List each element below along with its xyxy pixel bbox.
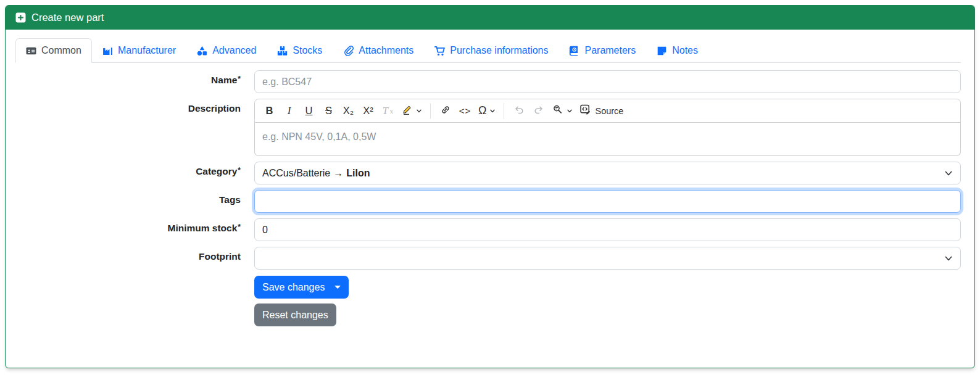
footprint-select[interactable] [254,247,961,270]
minimum-stock-input[interactable] [254,218,961,241]
shopping-cart-icon [434,46,445,56]
description-row: Description B I U S X₂ X² Tx [15,99,961,156]
id-card-icon [26,46,36,56]
required-marker: * [238,223,241,231]
tab-label: Common [41,45,81,56]
save-changes-button[interactable]: Save changes [254,276,349,299]
tags-row: Tags [15,190,961,213]
name-row: Name* [15,70,961,93]
tags-label: Tags [15,190,254,213]
tab-label: Notes [672,45,698,56]
source-button[interactable]: Source [576,101,626,120]
chevron-down-icon [944,254,953,263]
page-title: Create new part [31,12,104,23]
undo-icon [513,104,525,118]
footprint-row: Footprint [15,247,961,270]
chevron-down-icon [944,169,953,178]
required-marker: * [238,166,241,175]
category-label: Category* [15,162,254,184]
highlight-marker-icon [401,104,413,118]
caret-down-icon [334,286,341,289]
tab-label: Parameters [584,45,636,56]
name-label: Name* [15,70,254,93]
form-actions: Save changes Reset changes [254,276,961,326]
strikethrough-button[interactable]: S [319,101,338,120]
description-label: Description [15,99,254,156]
chevron-down-icon [416,108,422,114]
part-form: Name* Description B I U S X₂ X² Tx [15,70,961,326]
find-replace-icon [552,104,563,118]
special-characters-button[interactable]: Ω [475,101,499,120]
subscript-button[interactable]: X₂ [339,101,358,120]
tab-label: Advanced [212,45,256,56]
tags-input[interactable] [254,190,961,213]
bold-button[interactable]: B [260,101,279,120]
tab-label: Stocks [293,45,322,56]
tab-label: Manufacturer [118,45,176,56]
remove-format-button[interactable]: Tx [378,101,397,120]
link-button[interactable] [436,101,455,120]
tab-stocks[interactable]: Stocks [267,38,333,63]
tab-parameters[interactable]: Parameters [559,38,646,63]
link-icon [440,104,451,118]
tab-notes[interactable]: Notes [646,38,708,63]
paperclip-icon [343,46,354,56]
description-editor-area[interactable]: e.g. NPN 45V, 0,1A, 0,5W [254,123,961,156]
tab-attachments[interactable]: Attachments [333,38,424,63]
find-replace-button[interactable] [549,101,576,120]
undo-button[interactable] [509,101,528,120]
chevron-down-icon [489,108,496,114]
tab-manufacturer[interactable]: Manufacturer [92,38,186,63]
tab-label: Attachments [359,45,413,56]
part-edit-tabs: Common Manufacturer Advanced Stocks [15,38,961,63]
redo-icon [533,104,544,118]
sticky-note-icon [657,46,667,56]
italic-button[interactable]: I [280,101,299,120]
create-part-card: Create new part Common Manufacturer Adva… [5,5,975,368]
description-placeholder: e.g. NPN 45V, 0,1A, 0,5W [262,131,376,142]
tab-common[interactable]: Common [15,38,92,63]
tab-label: Purchase informations [450,45,548,56]
category-selected: LiIon [346,168,370,179]
reset-changes-button[interactable]: Reset changes [254,304,336,326]
tab-purchase-informations[interactable]: Purchase informations [424,38,559,63]
boxes-stacked-icon [277,46,288,56]
book-icon [569,46,579,56]
category-arrow: → [333,168,343,179]
toolbar-separator [430,103,431,119]
source-icon [579,104,591,118]
factory-icon [102,46,113,56]
square-plus-icon [15,12,26,23]
category-row: Category* ACCus/Batterie → LiIon [15,162,961,184]
minimum-stock-row: Minimum stock* [15,218,961,241]
underline-button[interactable]: U [299,101,318,120]
required-marker: * [238,75,241,83]
card-header: Create new part [6,6,974,30]
superscript-button[interactable]: X² [359,101,378,120]
tab-advanced[interactable]: Advanced [186,38,267,63]
code-button[interactable]: <> [455,101,475,120]
minimum-stock-label: Minimum stock* [15,218,254,241]
highlight-button[interactable] [398,101,425,120]
description-editor-toolbar: B I U S X₂ X² Tx [254,99,961,123]
name-input[interactable] [254,70,961,93]
category-select[interactable]: ACCus/Batterie → LiIon [254,162,961,184]
toolbar-separator [504,103,504,119]
footprint-label: Footprint [15,247,254,270]
shapes-icon [197,46,207,56]
redo-button[interactable] [529,101,548,120]
category-path: ACCus/Batterie [262,168,330,179]
chevron-down-icon [567,108,573,114]
